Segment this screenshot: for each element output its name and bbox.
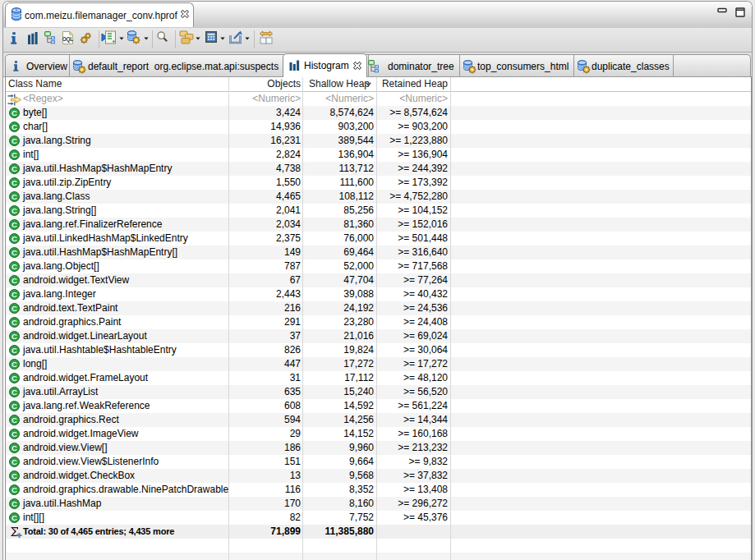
svg-text:C: C [12,457,17,466]
svg-text:C: C [12,276,17,285]
svg-text:C: C [12,429,17,438]
svg-text:C: C [12,108,17,117]
svg-text:C: C [12,150,17,159]
svg-text:C: C [12,318,17,327]
svg-text:C: C [12,304,17,313]
svg-text:C: C [12,499,17,508]
svg-text:C: C [12,360,17,369]
svg-text:C: C [12,192,17,201]
svg-text:C: C [12,443,17,452]
svg-text:C: C [12,290,17,299]
svg-text:C: C [12,388,17,397]
svg-text:C: C [12,485,17,494]
svg-text:C: C [12,136,17,145]
svg-text:C: C [12,178,17,187]
svg-text:C: C [12,332,17,341]
svg-text:C: C [12,206,17,215]
svg-text:C: C [12,415,17,425]
svg-text:C: C [12,122,17,131]
svg-text:C: C [12,164,17,173]
svg-text:C: C [12,234,17,243]
svg-text:C: C [12,220,17,229]
svg-text:C: C [12,262,17,271]
svg-text:C: C [12,346,17,355]
svg-text:C: C [12,513,17,522]
svg-text:OQL: OQL [62,36,73,43]
svg-text:C: C [12,374,17,383]
svg-text:C: C [12,248,17,257]
svg-text:C: C [12,471,17,480]
svg-text:C: C [12,402,17,411]
